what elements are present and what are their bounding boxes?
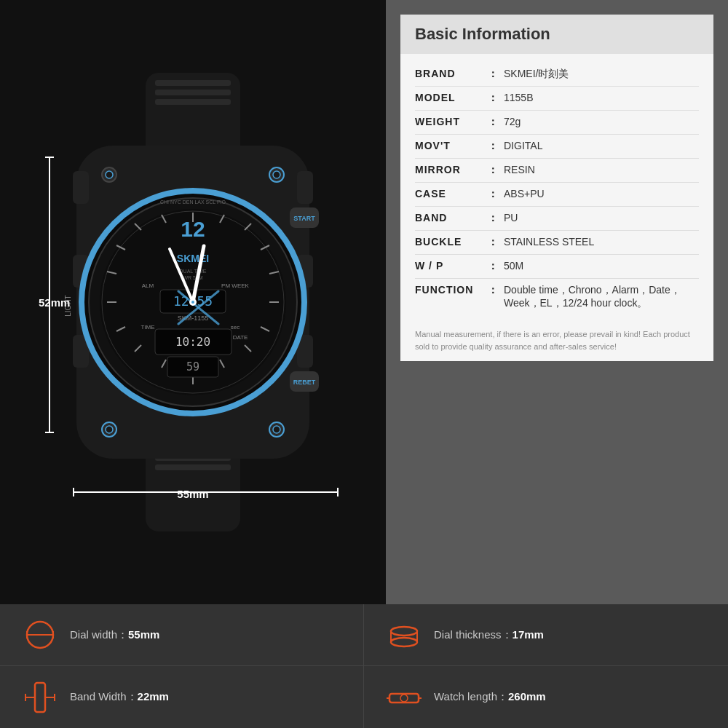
- stat-dial-thickness: Dial thickness：17mm: [364, 604, 728, 666]
- svg-point-20: [273, 171, 280, 178]
- svg-text:REBET: REBET: [293, 379, 316, 386]
- svg-text:WR 50M: WR 50M: [183, 275, 202, 280]
- svg-point-81: [391, 638, 417, 646]
- spec-value: SKMEI/时刻美: [504, 68, 569, 81]
- stat-dial-width: Dial width：55mm: [0, 604, 364, 666]
- info-title: Basic Information: [415, 25, 699, 44]
- band-width-value: 22mm: [138, 690, 169, 703]
- spec-row: BAND：PU: [415, 207, 699, 231]
- svg-rect-1: [155, 80, 231, 86]
- dial-thickness-value: 17mm: [513, 628, 544, 641]
- band-width-icon: [22, 679, 58, 716]
- spec-row: MODEL：1155B: [415, 87, 699, 111]
- info-card: Basic Information BRAND：SKMEI/时刻美MODEL：1…: [400, 15, 713, 597]
- spec-row: CASE：ABS+PU: [415, 183, 699, 207]
- svg-text:10:20: 10:20: [175, 335, 210, 349]
- dial-width-icon: [22, 617, 58, 653]
- svg-text:START: START: [293, 215, 315, 222]
- dial-width-label: Dial width：55mm: [70, 628, 159, 642]
- dial-thickness-label: Dial thickness：17mm: [434, 628, 544, 642]
- svg-text:PM WEEK: PM WEEK: [221, 282, 249, 289]
- stat-band-width: Band Width：22mm: [0, 666, 364, 728]
- dimension-height-label: 52mm: [39, 296, 70, 309]
- dimension-width-label: 55mm: [177, 488, 208, 500]
- info-panel: Basic Information BRAND：SKMEI/时刻美MODEL：1…: [386, 0, 728, 604]
- svg-rect-82: [35, 683, 45, 712]
- watch-panel: 52mm 55mm: [0, 0, 386, 604]
- spec-label: MODEL: [415, 92, 488, 103]
- svg-point-19: [106, 171, 113, 178]
- svg-text:TIME: TIME: [141, 324, 154, 331]
- info-body: BRAND：SKMEI/时刻美MODEL：1155BWEIGHT：72gMOV'…: [400, 54, 713, 323]
- spec-row: WEIGHT：72g: [415, 111, 699, 135]
- spec-label: BRAND: [415, 68, 488, 79]
- svg-text:DATE: DATE: [233, 334, 248, 341]
- watch-illustration: START REBET LIGHT CHI NYC DEN LAX SCL PI…: [33, 66, 353, 539]
- spec-value: 1155B: [504, 92, 533, 103]
- spec-value: 50M: [504, 260, 523, 272]
- dial-thickness-icon: [386, 617, 422, 653]
- spec-value: ABS+PU: [504, 188, 545, 199]
- spec-label: MOV'T: [415, 140, 488, 151]
- watch-length-label: Watch length：260mm: [434, 690, 546, 704]
- svg-text:59: 59: [186, 360, 199, 373]
- svg-rect-7: [155, 464, 231, 470]
- svg-rect-9: [73, 171, 89, 204]
- info-note: Manual measurement, if there is an error…: [400, 323, 713, 361]
- spec-value: STAINLESS STEEL: [504, 236, 594, 248]
- svg-text:DUAL TIME: DUAL TIME: [180, 269, 207, 274]
- spec-label: CASE: [415, 188, 488, 199]
- svg-point-88: [400, 695, 408, 702]
- spec-row: W / P：50M: [415, 255, 699, 279]
- svg-text:CHI NYC DEN LAX SCL PIO: CHI NYC DEN LAX SCL PIO: [160, 199, 226, 205]
- spec-row: FUNCTION：Double time，Chrono，Alarm，Date，W…: [415, 279, 699, 315]
- info-header: Basic Information: [400, 15, 713, 54]
- spec-value: PU: [504, 212, 518, 223]
- svg-point-21: [106, 426, 113, 433]
- dial-width-value: 55mm: [128, 628, 159, 641]
- spec-label: MIRROR: [415, 164, 488, 175]
- spec-value: DIGITAL: [504, 140, 542, 151]
- svg-point-78: [391, 627, 417, 636]
- watch-length-icon: [386, 679, 422, 716]
- spec-row: BUCKLE：STAINLESS STEEL: [415, 231, 699, 255]
- spec-row: MOV'T：DIGITAL: [415, 135, 699, 159]
- band-width-label: Band Width：22mm: [70, 690, 169, 704]
- svg-rect-3: [155, 99, 231, 105]
- spec-label: W / P: [415, 260, 488, 272]
- svg-rect-87: [389, 694, 419, 703]
- spec-value: 72g: [504, 116, 521, 127]
- spec-label: FUNCTION: [415, 284, 488, 296]
- stat-watch-length: Watch length：260mm: [364, 666, 728, 728]
- watch-length-value: 260mm: [508, 690, 546, 703]
- svg-text:SKMEI: SKMEI: [177, 253, 209, 264]
- spec-row: BRAND：SKMEI/时刻美: [415, 63, 699, 87]
- svg-point-22: [273, 426, 280, 433]
- spec-value: Double time，Chrono，Alarm，Date，Week，EL，12…: [504, 284, 699, 310]
- svg-rect-2: [155, 90, 231, 95]
- svg-rect-12: [297, 171, 313, 204]
- spec-value: RESIN: [504, 164, 535, 175]
- bottom-stats: Dial width：55mm Dial thickness：17mm Band…: [0, 604, 728, 728]
- spec-row: MIRROR：RESIN: [415, 159, 699, 183]
- svg-text:12: 12: [181, 217, 205, 241]
- svg-text:sec: sec: [231, 324, 240, 331]
- svg-point-73: [191, 301, 194, 304]
- dimension-line-vertical: [49, 157, 50, 433]
- spec-label: WEIGHT: [415, 116, 488, 127]
- spec-label: BUCKLE: [415, 236, 488, 248]
- svg-text:ALM: ALM: [142, 282, 154, 289]
- spec-label: BAND: [415, 212, 488, 223]
